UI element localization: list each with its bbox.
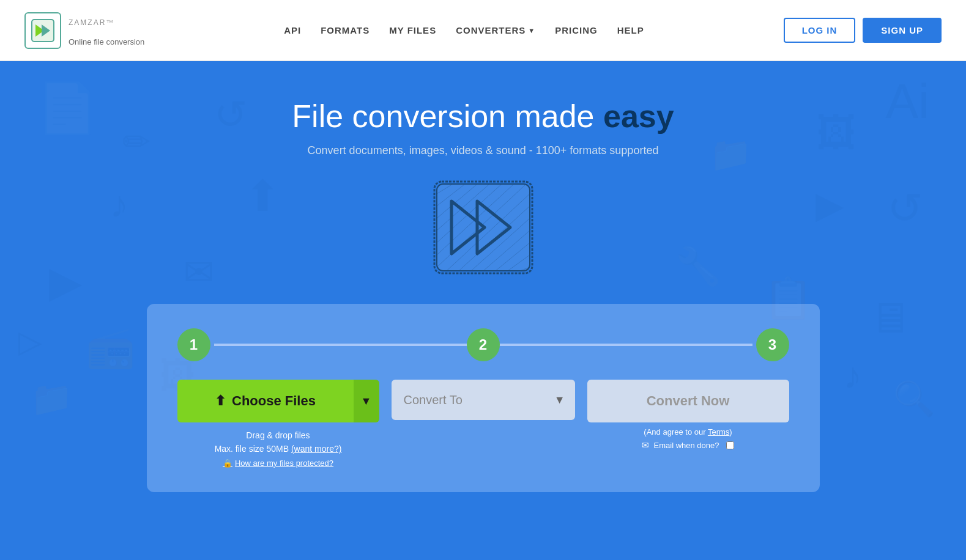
radio-sketch-icon: 📻 <box>86 324 135 370</box>
choose-files-button[interactable]: ⬆ Choose Files <box>177 380 354 422</box>
choose-files-section: ⬆ Choose Files ▼ Drag & drop files Max. … <box>177 380 379 468</box>
step-1: 1 <box>177 328 210 361</box>
nav-pricing[interactable]: PRICING <box>555 25 598 35</box>
ai-sketch-icon: Ai <box>886 73 929 130</box>
step-2: 2 <box>467 328 500 361</box>
max-size-text: Max. file size 50MB (want more?) <box>215 442 342 455</box>
video2-sketch-icon: ▶ <box>816 183 844 226</box>
hero-subtitle: Convert documents, images, videos & soun… <box>308 144 659 157</box>
nav-help[interactable]: HELP <box>617 25 644 35</box>
email-row: ✉ Email when done? <box>642 440 735 450</box>
brand-name: ZAMZAR™ <box>69 15 144 37</box>
want-more-link[interactable]: (want more?) <box>291 444 341 454</box>
note-sketch-icon: ♪ <box>844 355 862 397</box>
steps-row: 1 2 3 <box>177 328 789 361</box>
upload-sketch-icon: ⬆ <box>245 171 281 221</box>
photo-sketch-icon: 🖼 <box>816 110 856 156</box>
hero-title: File conversion made easy <box>292 98 674 134</box>
logo-icon <box>24 12 61 49</box>
actions-row: ⬆ Choose Files ▼ Drag & drop files Max. … <box>177 380 789 468</box>
convert-to-section: Convert To ▼ <box>392 380 575 420</box>
lock-icon: 🔒 <box>223 459 232 468</box>
folder-sketch-icon: 📁 <box>31 379 73 419</box>
youtube-sketch-icon: ▷ <box>18 324 42 359</box>
choose-files-dropdown-button[interactable]: ▼ <box>354 380 379 422</box>
terms-link[interactable]: Terms <box>708 427 729 437</box>
upload-icon: ⬆ <box>215 393 226 409</box>
convert-now-button[interactable]: Convert Now <box>587 380 789 422</box>
convert-to-select-wrap: Convert To ▼ <box>392 380 575 420</box>
convert-to-select[interactable]: Convert To <box>392 380 575 420</box>
choose-files-info: Drag & drop files Max. file size 50MB (w… <box>215 429 342 456</box>
refresh2-sketch-icon: ↺ <box>887 183 923 234</box>
jpg-sketch-icon: 📄 <box>37 79 98 137</box>
mail-sketch-icon: ✉ <box>184 251 214 293</box>
nav-api[interactable]: API <box>284 25 301 35</box>
magnify-sketch-icon: 🔍 <box>893 379 935 419</box>
video-sketch-icon: ▶ <box>49 257 82 307</box>
nav-my-files[interactable]: MY FILES <box>389 25 436 35</box>
login-button[interactable]: LOG IN <box>784 18 856 43</box>
drag-drop-text: Drag & drop files <box>215 429 342 442</box>
music-sketch-icon: ♪ <box>110 183 128 226</box>
brand-tagline: Online file conversion <box>69 37 144 46</box>
pencil-sketch-icon: ✏ <box>122 122 150 161</box>
nav-buttons: LOG IN SIGN UP <box>784 18 942 43</box>
refresh-sketch-icon: ↺ <box>214 92 247 138</box>
logo-area: ZAMZAR™ Online file conversion <box>24 12 144 49</box>
convert-now-info: (And agree to our Terms) <box>644 427 732 437</box>
hero-section: 📄 ♪ ▶ ✏ ↺ ⬆ ✉ 📻 📁 🖼 ▷ Ai 🖼 ↺ ▶ 📁 🖥 📋 ♪ 🔧… <box>0 61 966 560</box>
step-3: 3 <box>756 328 789 361</box>
folder2-sketch-icon: 📁 <box>710 134 752 174</box>
logo-text: ZAMZAR™ Online file conversion <box>69 15 144 46</box>
protected-link[interactable]: 🔒 How are my files protected? <box>223 459 333 468</box>
nav-links: API FORMATS MY FILES CONVERTERS ▼ PRICIN… <box>284 25 644 35</box>
nav-formats[interactable]: FORMATS <box>321 25 370 35</box>
wrench-sketch-icon: 🔧 <box>675 245 721 288</box>
converter-panel: 1 2 3 ⬆ Choose Files ▼ Dra <box>147 304 820 492</box>
convert-now-section: Convert Now (And agree to our Terms) ✉ E… <box>587 380 789 450</box>
center-play-graphic[interactable] <box>428 175 538 279</box>
signup-button[interactable]: SIGN UP <box>863 18 942 43</box>
choose-files-arrow-icon: ▼ <box>361 395 372 408</box>
nav-converters[interactable]: CONVERTERS ▼ <box>456 25 535 35</box>
email-checkbox[interactable] <box>726 441 734 449</box>
navbar: ZAMZAR™ Online file conversion API FORMA… <box>0 0 966 61</box>
monitor-sketch-icon: 🖥 <box>868 293 911 342</box>
email-icon: ✉ <box>642 440 649 450</box>
choose-files-btn-group: ⬆ Choose Files ▼ <box>177 380 379 422</box>
converters-dropdown-icon: ▼ <box>528 27 535 34</box>
